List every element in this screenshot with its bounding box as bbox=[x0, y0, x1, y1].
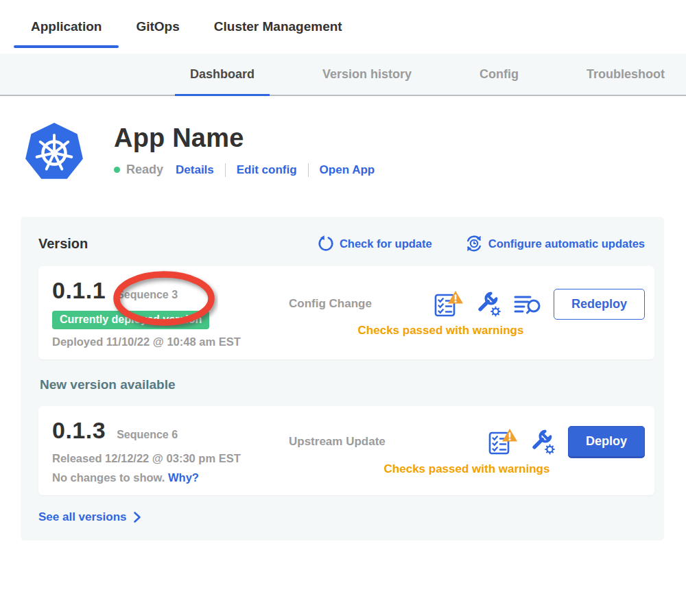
nav-item-application[interactable]: Application bbox=[14, 0, 119, 54]
status-dot-icon bbox=[114, 167, 120, 173]
file-diff-search-icon[interactable] bbox=[514, 292, 541, 316]
tab-label: Troubleshoot bbox=[587, 67, 665, 82]
current-version-number: 0.1.1 bbox=[52, 277, 106, 304]
tab-version-history[interactable]: Version history bbox=[307, 54, 427, 95]
app-status-row: Ready Details Edit config Open App bbox=[114, 163, 375, 177]
see-all-versions-link[interactable]: See all versions bbox=[38, 510, 654, 524]
configure-automatic-updates-link[interactable]: Configure automatic updates bbox=[465, 235, 645, 252]
available-checks-status: Checks passed with warnings bbox=[289, 462, 645, 476]
preflight-checklist-icon[interactable] bbox=[488, 429, 517, 455]
current-source-label: Config Change bbox=[289, 297, 372, 311]
wrench-gear-icon[interactable] bbox=[475, 291, 501, 317]
deploy-button[interactable]: Deploy bbox=[568, 426, 645, 458]
kubernetes-logo-icon bbox=[24, 122, 84, 182]
nav-item-label: Application bbox=[31, 19, 102, 34]
why-link[interactable]: Why? bbox=[168, 471, 199, 484]
open-app-link[interactable]: Open App bbox=[320, 163, 375, 177]
new-version-heading: New version available bbox=[40, 377, 654, 392]
refresh-icon bbox=[318, 235, 334, 252]
available-version-number: 0.1.3 bbox=[52, 417, 106, 444]
no-changes-row: No changes to show. Why? bbox=[52, 471, 289, 484]
nav-item-gitops[interactable]: GitOps bbox=[119, 0, 196, 54]
tab-config[interactable]: Config bbox=[464, 54, 534, 95]
version-section: Version Check for update bbox=[21, 217, 664, 541]
preflight-checklist-icon[interactable] bbox=[434, 291, 463, 317]
details-link[interactable]: Details bbox=[176, 163, 214, 177]
currently-deployed-badge: Currently deployed version bbox=[52, 311, 209, 329]
status-badge: Ready bbox=[126, 163, 163, 177]
redeploy-button[interactable]: Redeploy bbox=[554, 289, 645, 320]
divider bbox=[225, 163, 226, 177]
version-heading: Version bbox=[38, 236, 88, 252]
available-version-card: 0.1.3 Sequence 6 Released 12/12/22 @ 03:… bbox=[38, 406, 654, 495]
page-title: App Name bbox=[114, 123, 375, 153]
tab-dashboard[interactable]: Dashboard bbox=[175, 54, 270, 95]
available-sequence-label: Sequence 6 bbox=[117, 429, 178, 441]
edit-config-link[interactable]: Edit config bbox=[237, 163, 297, 177]
nav-item-cluster-management[interactable]: Cluster Management bbox=[197, 0, 359, 54]
app-tabs-nav: Dashboard Version history Config Trouble… bbox=[0, 54, 686, 96]
tab-label: Config bbox=[480, 67, 519, 82]
current-sequence-label: Sequence 3 bbox=[117, 289, 178, 301]
divider bbox=[308, 163, 309, 177]
auto-update-clock-icon bbox=[465, 235, 483, 252]
nav-item-label: GitOps bbox=[136, 19, 179, 34]
deployed-timestamp: Deployed 11/10/22 @ 10:48 am EST bbox=[52, 335, 289, 348]
tab-troubleshoot[interactable]: Troubleshoot bbox=[571, 54, 680, 95]
current-checks-status: Checks passed with warnings bbox=[289, 324, 645, 337]
current-version-card: 0.1.1 Sequence 3 Currently deployed vers… bbox=[38, 266, 654, 359]
check-for-update-link[interactable]: Check for update bbox=[318, 235, 432, 252]
chevron-right-icon bbox=[133, 511, 141, 523]
wrench-gear-icon[interactable] bbox=[530, 429, 556, 455]
tab-label: Version history bbox=[322, 67, 412, 82]
app-header: App Name Ready Details Edit config Open … bbox=[24, 122, 686, 182]
available-source-label: Upstream Update bbox=[289, 435, 386, 449]
active-nav-underline bbox=[14, 45, 119, 48]
tab-label: Dashboard bbox=[190, 67, 255, 82]
primary-nav: Application GitOps Cluster Management bbox=[0, 0, 686, 54]
released-timestamp: Released 12/12/22 @ 03:30 pm EST bbox=[52, 452, 289, 465]
nav-item-label: Cluster Management bbox=[214, 19, 342, 34]
active-tab-underline bbox=[175, 94, 270, 96]
